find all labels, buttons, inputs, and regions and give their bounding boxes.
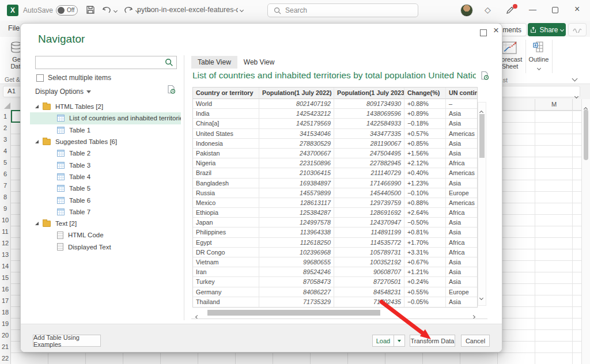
row-header[interactable]: 3 bbox=[0, 134, 10, 145]
tree-item[interactable]: Table 3 bbox=[30, 159, 181, 170]
row-header[interactable]: 22 bbox=[0, 352, 10, 364]
user-avatar[interactable] bbox=[460, 4, 473, 17]
cell-region: Asia bbox=[446, 179, 477, 188]
dialog-maximize-icon[interactable] bbox=[480, 29, 487, 36]
minimize-icon[interactable]: — bbox=[529, 5, 536, 14]
refresh-preview-icon[interactable] bbox=[480, 71, 489, 80]
diamond-icon[interactable]: ◇ bbox=[485, 5, 491, 14]
sparkline-button[interactable] bbox=[568, 23, 587, 36]
row-header[interactable]: 8 bbox=[0, 191, 10, 203]
tree-item[interactable]: HTML Tables [2] bbox=[30, 101, 181, 112]
file-tab[interactable]: File bbox=[8, 24, 20, 32]
search-input[interactable] bbox=[285, 6, 400, 14]
navigator-dialog: × Navigator Select multiple items Displa… bbox=[20, 23, 502, 352]
select-all-icon[interactable] bbox=[4, 103, 10, 109]
row-header[interactable]: 15 bbox=[0, 272, 10, 283]
expand-triangle-icon[interactable] bbox=[35, 105, 39, 108]
excel-window: X AutoSave Off python-in-excel-excel-fea… bbox=[0, 0, 590, 364]
tree-item[interactable]: Text [2] bbox=[30, 218, 181, 229]
save-icon[interactable] bbox=[85, 5, 96, 15]
share-button[interactable]: Share bbox=[528, 23, 566, 36]
row-header[interactable]: 21 bbox=[0, 341, 10, 352]
row-header[interactable]: 11 bbox=[0, 226, 10, 237]
row-header[interactable]: 10 bbox=[0, 214, 10, 226]
row-header[interactable]: 18 bbox=[0, 306, 10, 318]
refresh-source-icon[interactable] bbox=[167, 85, 176, 94]
row-header[interactable]: 4 bbox=[0, 145, 10, 157]
outline-button[interactable]: Outline bbox=[527, 56, 550, 71]
row-headers[interactable]: 12345678910111213141516171819202122 bbox=[0, 111, 11, 364]
row-header[interactable]: 16 bbox=[0, 283, 10, 295]
cell-pop-2022: 84086227 bbox=[259, 287, 334, 297]
preview-horizontal-scrollbar[interactable] bbox=[192, 309, 477, 317]
scroll-down-icon[interactable] bbox=[480, 291, 483, 302]
maximize-icon[interactable] bbox=[552, 7, 558, 13]
preview-vertical-scrollbar[interactable] bbox=[478, 102, 486, 306]
tree-item[interactable]: Table 7 bbox=[30, 206, 181, 218]
sheet-vertical-scrollbar[interactable] bbox=[581, 99, 590, 364]
row-header[interactable]: 17 bbox=[0, 295, 10, 306]
load-button[interactable]: Load bbox=[372, 335, 394, 347]
table-row: Mexico 128613117 129739759 +0.88% Americ… bbox=[193, 198, 477, 208]
expand-triangle-icon[interactable] bbox=[35, 140, 39, 143]
cell-change: +1.21% bbox=[404, 267, 446, 277]
cancel-button[interactable]: Cancel bbox=[461, 335, 490, 347]
dialog-close-icon[interactable]: × bbox=[493, 25, 499, 36]
preview-tab[interactable]: Table View bbox=[191, 56, 237, 69]
row-header[interactable]: 13 bbox=[0, 249, 10, 260]
close-icon[interactable]: × bbox=[574, 4, 580, 14]
scroll-thumb[interactable] bbox=[584, 109, 588, 160]
scroll-left-icon[interactable] bbox=[196, 310, 199, 321]
scroll-thumb[interactable] bbox=[207, 310, 380, 316]
row-header[interactable]: 6 bbox=[0, 168, 10, 180]
row-header[interactable]: 2 bbox=[0, 122, 10, 134]
scroll-right-icon[interactable] bbox=[472, 310, 475, 321]
add-table-using-examples-button[interactable]: Add Table Using Examples bbox=[33, 335, 101, 347]
row-header[interactable]: 9 bbox=[0, 203, 10, 214]
cell-change: +0.81% bbox=[404, 227, 446, 237]
document-title[interactable]: python-in-excel-excel-features-demo... bbox=[137, 6, 238, 14]
row-header[interactable]: 5 bbox=[0, 157, 10, 168]
undo-dropdown-icon[interactable] bbox=[114, 8, 117, 13]
expand-triangle-icon[interactable] bbox=[35, 222, 39, 225]
display-options-dropdown[interactable]: Display Options bbox=[35, 88, 91, 96]
excel-logo-icon[interactable]: X bbox=[7, 5, 18, 16]
preview-tab[interactable]: Web View bbox=[237, 56, 281, 69]
tree-item[interactable]: Table 5 bbox=[30, 183, 181, 194]
scroll-thumb[interactable] bbox=[479, 114, 485, 158]
cell-country: Turkey bbox=[193, 277, 259, 287]
row-header[interactable]: 1 bbox=[0, 111, 10, 122]
row-header[interactable]: 14 bbox=[0, 260, 10, 272]
tree-item[interactable]: Table 6 bbox=[30, 194, 181, 206]
name-box[interactable]: A1 bbox=[7, 88, 16, 94]
redo-icon[interactable] bbox=[123, 5, 134, 15]
row-header[interactable]: 7 bbox=[0, 180, 10, 191]
autosave-toggle[interactable]: Off bbox=[56, 5, 78, 16]
search-icon[interactable] bbox=[165, 58, 173, 67]
tree-item[interactable]: Table 4 bbox=[30, 171, 181, 183]
cell-region: Asia bbox=[446, 267, 477, 277]
chevron-down-icon bbox=[398, 340, 401, 342]
document-title-dropdown-icon[interactable] bbox=[240, 7, 243, 13]
row-header[interactable]: 12 bbox=[0, 237, 10, 249]
undo-icon[interactable] bbox=[101, 5, 112, 15]
ribbon-collapse-icon[interactable] bbox=[573, 73, 577, 83]
cell-region: Asia bbox=[446, 218, 477, 227]
row-header[interactable]: 20 bbox=[0, 329, 10, 341]
load-dropdown-button[interactable] bbox=[394, 335, 405, 347]
select-multiple-checkbox[interactable] bbox=[36, 74, 44, 82]
cell-pop-2023: 247504495 bbox=[334, 149, 404, 158]
cell-pop-2023: 105789731 bbox=[334, 248, 404, 257]
tree-item[interactable]: Suggested Tables [6] bbox=[30, 136, 181, 147]
tree-item[interactable]: List of countries and inhabited territor… bbox=[30, 112, 181, 124]
transform-data-button[interactable]: Transform Data bbox=[410, 335, 455, 347]
search-bar[interactable] bbox=[267, 3, 418, 17]
tree-item[interactable]: HTML Code bbox=[30, 229, 181, 241]
navigator-search-input[interactable] bbox=[36, 56, 165, 69]
column-header[interactable]: M bbox=[535, 101, 573, 108]
row-header[interactable]: 19 bbox=[0, 318, 10, 329]
tree-item[interactable]: Table 1 bbox=[30, 124, 181, 136]
tree-item[interactable]: Table 2 bbox=[30, 147, 181, 159]
tree-item[interactable]: Displayed Text bbox=[30, 241, 181, 253]
navigator-search-box[interactable] bbox=[35, 56, 177, 69]
